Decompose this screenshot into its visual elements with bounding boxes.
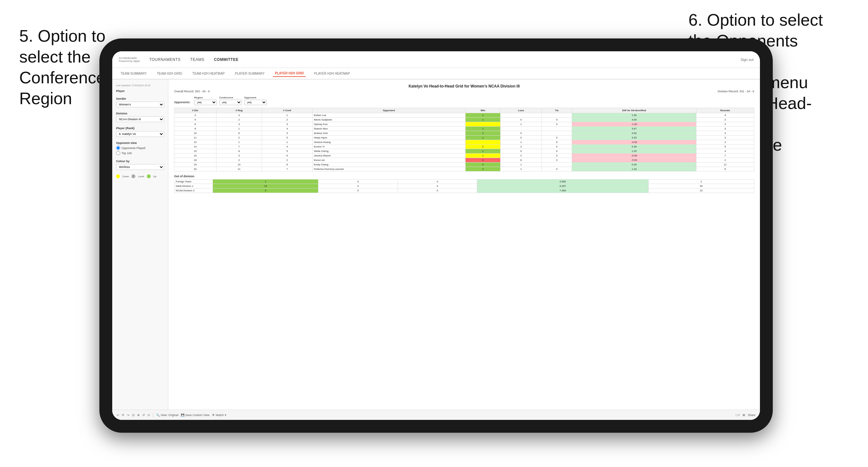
nav-committee[interactable]: COMMITTEE (214, 56, 239, 63)
cell-loss: 2 (500, 154, 541, 158)
cell-diff: 3.67 (572, 127, 696, 131)
cell-diff: -3.00 (572, 140, 696, 145)
table-row: 16 3 6 Jessica Mason 1 2 0 -0.94 7 (175, 154, 754, 158)
tablet-screen: SCOREBOARD Powered by clippd TOURNAMENTS… (112, 51, 760, 420)
table-row: 3 3 1 Esther Lee 1 1.50 4 (175, 113, 754, 118)
table-row: 14 7 4 Eunice Yi 2 2 0 0.38 9 (175, 145, 754, 149)
nav-teams[interactable]: TEAMS (190, 56, 204, 63)
cell-loss: 8 (500, 158, 541, 162)
toolbar-plus[interactable]: ⊕ (137, 413, 140, 417)
toolbar-watch[interactable]: 👁 Watch ▾ (212, 413, 226, 417)
toolbar-export[interactable]: □↗ (736, 413, 740, 417)
ood-cell-rounds: 10 (648, 188, 754, 193)
conference-filter-label: Conference (219, 96, 242, 99)
toolbar-view-original[interactable]: 🔍 View: Original (156, 413, 178, 417)
toolbar-reload[interactable]: ⟳ (122, 413, 124, 417)
toolbar-redo[interactable]: ↪ (127, 413, 129, 417)
cell-rounds: 2 (696, 158, 754, 162)
content-title: Katelyn Vo Head-to-Head Grid for Women's… (174, 84, 754, 89)
th-tie: Tie (541, 108, 572, 113)
cell-loss: 2 (500, 145, 541, 149)
toolbar-circle[interactable]: ⊙ (148, 413, 150, 417)
opponent-filter-select[interactable]: (All) (244, 100, 267, 105)
logo-sub: Powered by clippd (119, 60, 140, 62)
nav-tournaments[interactable]: TOURNAMENTS (149, 56, 181, 63)
cell-loss (500, 127, 541, 131)
sub-nav-team-h2h-heatmap[interactable]: TEAM H2H HEATMAP (190, 70, 227, 76)
ood-cell-loss: 0 (318, 188, 398, 193)
cell-reg: 8 (216, 149, 262, 154)
sidebar-colour-section: Colour by Win/loss (116, 160, 164, 170)
cell-diff: -0.94 (572, 154, 696, 158)
ood-cell-win: 1 (213, 180, 318, 184)
player-label: Player (116, 89, 164, 93)
toolbar-save-custom[interactable]: 💾 Save Custom View (181, 413, 209, 417)
cell-conf: 2 (262, 118, 312, 122)
table-row: 11 2 5 Heejo Hyun 1 0 0 3.33 3 (175, 135, 754, 140)
cell-win: 2 (465, 145, 500, 149)
division-select[interactable]: NCAA Division III (116, 116, 164, 122)
toolbar-settings[interactable]: ⊠ (743, 413, 745, 417)
ood-cell-diff: 9.267 (477, 184, 648, 188)
sub-nav-player-summary[interactable]: PLAYER SUMMARY (233, 70, 267, 76)
conference-filter-group: Conference (All) (219, 96, 242, 105)
cell-tie: 0 (541, 118, 572, 122)
region-filter-label: Region (194, 96, 217, 99)
cell-diff: 4.00 (572, 131, 696, 135)
sub-nav-team-summary[interactable]: TEAM SUMMARY (119, 70, 149, 76)
dot-legend: Down Level Up (116, 174, 164, 178)
cell-tie: 0 (541, 149, 572, 154)
cell-tie: 0 (541, 145, 572, 149)
cell-div: 3 (175, 113, 216, 118)
gender-select[interactable]: Women's (116, 102, 164, 107)
cell-conf: 7 (262, 167, 312, 172)
conference-filter-select[interactable]: (All) (219, 100, 242, 105)
player-rank-select[interactable]: 8. Katelyn Vo (116, 131, 164, 137)
toolbar-grid[interactable]: ⊡ (132, 413, 135, 417)
cell-tie: 0 (541, 135, 572, 140)
cell-win: 4 (465, 162, 500, 167)
app-container: SCOREBOARD Powered by clippd TOURNAMENTS… (112, 51, 760, 420)
region-filter-group: Region (All) (194, 96, 217, 105)
player-rank-label: Player (Rank) (116, 127, 164, 130)
region-filter-select[interactable]: (All) (194, 100, 217, 105)
records-row: Overall Record: 353 - 34 - 6 Division Re… (174, 90, 754, 93)
dot-level (131, 174, 135, 178)
th-div: # Div (175, 108, 216, 113)
sub-nav-player-h2h-grid[interactable]: PLAYER H2H GRID (273, 70, 306, 77)
cell-name: Federica Domecq Lacroze (312, 167, 465, 172)
cell-loss: 1 (500, 167, 541, 172)
toolbar-back[interactable]: ↺ (143, 413, 145, 417)
overall-record: Overall Record: 353 - 34 - 6 (174, 90, 210, 93)
cell-reg: 3 (216, 113, 262, 118)
cell-div: 18 (175, 158, 216, 162)
cell-name: Stella Cheng (312, 149, 465, 154)
cell-loss: 1 (500, 140, 541, 145)
top-100-radio[interactable]: Top 100 (116, 151, 164, 155)
toolbar-share[interactable]: Share (748, 413, 755, 417)
dot-up-label: Up (153, 175, 156, 178)
ood-cell-name: Foreign Team (175, 180, 213, 184)
cell-win: 1 (465, 149, 500, 154)
cell-win: 1 (465, 154, 500, 158)
cell-rounds: 6 (696, 167, 754, 172)
cell-win (465, 122, 500, 127)
nav-sign-out[interactable]: Sign out (741, 58, 753, 62)
cell-diff: 0.30 (572, 162, 696, 167)
toolbar-undo[interactable]: ↩ (117, 413, 119, 417)
division-label: Division (116, 112, 164, 115)
opponent-played-radio[interactable]: Opponents Played (116, 146, 164, 150)
opponents-label: Opponents: (174, 101, 190, 104)
ood-cell-diff: 4.500 (477, 180, 648, 184)
table-row: 5 2 2 Alexis Sudjianto 1 0 0 4.00 3 (175, 118, 754, 122)
colour-select[interactable]: Win/loss (116, 164, 164, 170)
cell-win (465, 140, 500, 145)
table-row: 15 8 5 Stella Cheng 1 0 0 1.25 4 (175, 149, 754, 154)
sub-nav-team-h2h-grid[interactable]: TEAM H2H GRID (155, 70, 184, 76)
sub-nav-player-h2h-heatmap[interactable]: PLAYER H2H HEATMAP (312, 70, 352, 76)
dot-down-label: Down (123, 175, 129, 178)
cell-div: 6 (175, 122, 216, 127)
cell-name: Jessica Huang (312, 140, 465, 145)
cell-diff: 1.33 (572, 167, 696, 172)
cell-loss: 1 (500, 162, 541, 167)
